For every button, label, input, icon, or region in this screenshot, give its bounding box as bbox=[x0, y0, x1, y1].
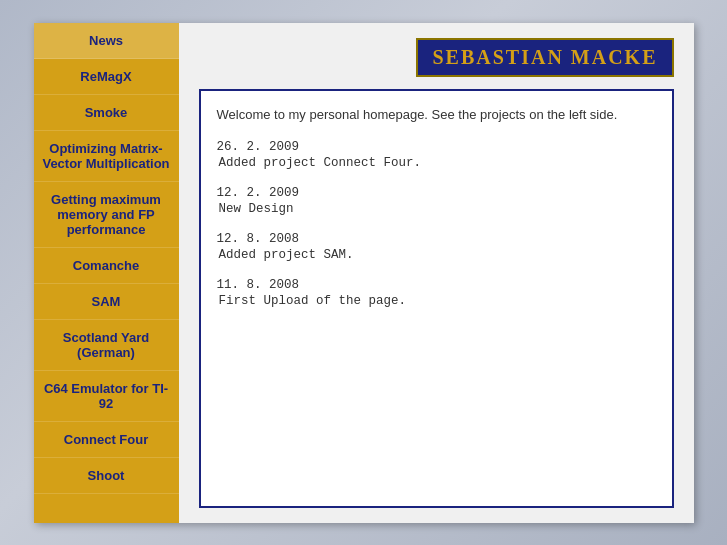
sidebar-item-0[interactable]: News bbox=[34, 23, 179, 59]
sidebar-item-10[interactable]: Shoot bbox=[34, 458, 179, 494]
news-entry-2: 12. 8. 2008 Added project SAM. bbox=[217, 232, 656, 262]
sidebar-item-8[interactable]: C64 Emulator for TI-92 bbox=[34, 371, 179, 422]
sidebar-item-4[interactable]: Getting maximum memory and FP performanc… bbox=[34, 182, 179, 248]
sidebar-item-3[interactable]: Optimizing Matrix-Vector Multiplication bbox=[34, 131, 179, 182]
news-entry-0: 26. 2. 2009 Added project Connect Four. bbox=[217, 140, 656, 170]
sidebar-item-2[interactable]: Smoke bbox=[34, 95, 179, 131]
news-date-1: 12. 2. 2009 bbox=[217, 186, 656, 200]
news-desc-0: Added project Connect Four. bbox=[217, 156, 656, 170]
sidebar-item-1[interactable]: ReMagX bbox=[34, 59, 179, 95]
sidebar-item-6[interactable]: SAM bbox=[34, 284, 179, 320]
sidebar-item-7[interactable]: Scotland Yard (German) bbox=[34, 320, 179, 371]
news-entry-3: 11. 8. 2008 First Upload of the page. bbox=[217, 278, 656, 308]
main-container: NewsReMagXSmokeOptimizing Matrix-Vector … bbox=[34, 23, 694, 523]
sidebar-item-5[interactable]: Comanche bbox=[34, 248, 179, 284]
news-desc-2: Added project SAM. bbox=[217, 248, 656, 262]
sidebar-item-9[interactable]: Connect Four bbox=[34, 422, 179, 458]
news-date-3: 11. 8. 2008 bbox=[217, 278, 656, 292]
news-entries: 26. 2. 2009 Added project Connect Four.1… bbox=[217, 140, 656, 308]
logo-container: Sebastian Macke bbox=[199, 38, 674, 77]
logo: Sebastian Macke bbox=[416, 38, 673, 77]
content-area: Sebastian Macke Welcome to my personal h… bbox=[179, 23, 694, 523]
news-desc-1: New Design bbox=[217, 202, 656, 216]
content-box: Welcome to my personal homepage. See the… bbox=[199, 89, 674, 508]
news-date-0: 26. 2. 2009 bbox=[217, 140, 656, 154]
news-date-2: 12. 8. 2008 bbox=[217, 232, 656, 246]
sidebar: NewsReMagXSmokeOptimizing Matrix-Vector … bbox=[34, 23, 179, 523]
news-desc-3: First Upload of the page. bbox=[217, 294, 656, 308]
welcome-text: Welcome to my personal homepage. See the… bbox=[217, 105, 656, 125]
logo-text: Sebastian Macke bbox=[432, 46, 657, 68]
news-entry-1: 12. 2. 2009 New Design bbox=[217, 186, 656, 216]
